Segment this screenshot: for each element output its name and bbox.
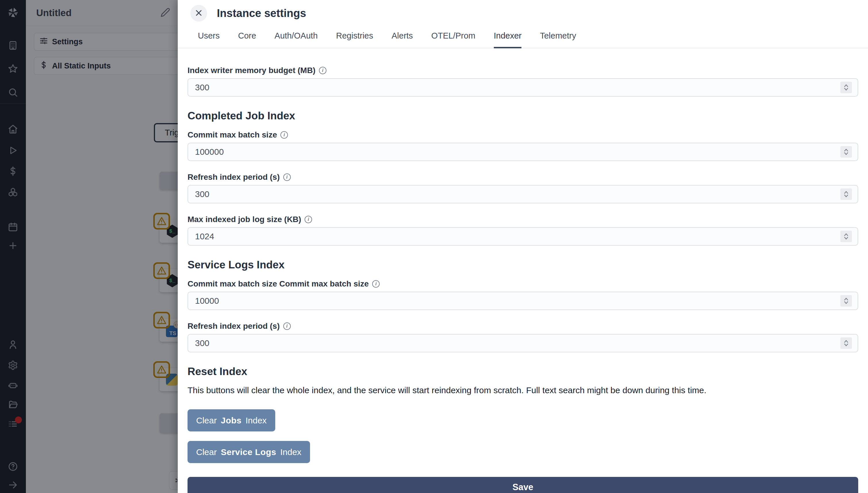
number-stepper[interactable] (840, 146, 852, 158)
commit-max-batch-input[interactable] (188, 143, 858, 161)
settings-tabs: Users Core Auth/OAuth Registries Alerts … (178, 31, 868, 48)
tab-core[interactable]: Core (238, 31, 256, 48)
number-stepper[interactable] (840, 231, 852, 242)
tab-otel-prom[interactable]: OTEL/Prom (431, 31, 475, 48)
field-label: Index writer memory budget (MB) (188, 66, 316, 75)
app-root: Untitled Settings All Static Inputs (0, 0, 868, 493)
info-icon[interactable]: i (283, 173, 291, 181)
field-service-commit-max-batch: Commit max batch size Commit max batch s… (188, 279, 858, 310)
field-label: Commit max batch size (188, 130, 277, 140)
field-refresh-index-period: Refresh index period (s) i (188, 172, 858, 203)
clear-jobs-index-button[interactable]: Clear Jobs Index (188, 409, 275, 431)
info-icon[interactable]: i (305, 216, 312, 223)
max-indexed-job-log-input[interactable] (188, 227, 858, 245)
drawer-title: Instance settings (217, 7, 306, 20)
modal-backdrop[interactable] (0, 0, 178, 493)
tab-telemetry[interactable]: Telemetry (540, 31, 576, 48)
button-prefix: Clear (196, 447, 217, 457)
drawer-header: Instance settings (178, 0, 868, 26)
field-max-indexed-job-log: Max indexed job log size (KB) i (188, 215, 858, 245)
tab-indexer[interactable]: Indexer (494, 31, 522, 48)
reset-index-warning: This buttons will clear the whole index,… (188, 385, 858, 395)
info-icon[interactable]: i (319, 67, 326, 74)
number-stepper[interactable] (840, 82, 852, 93)
button-target: Service Logs (221, 447, 276, 457)
section-completed-job-index: Completed Job Index (188, 110, 858, 122)
field-label: Max indexed job log size (KB) (188, 215, 301, 224)
save-button[interactable]: Save (188, 477, 858, 493)
indexer-settings-content: Index writer memory budget (MB) i Comple… (178, 66, 868, 493)
number-stepper[interactable] (840, 295, 852, 307)
button-target: Jobs (221, 415, 242, 425)
button-prefix: Clear (196, 415, 217, 425)
field-index-writer-memory: Index writer memory budget (MB) i (188, 66, 858, 97)
info-icon[interactable]: i (372, 280, 379, 287)
button-suffix: Index (246, 415, 267, 425)
tab-registries[interactable]: Registries (336, 31, 373, 48)
number-stepper[interactable] (840, 188, 852, 200)
service-commit-max-batch-input[interactable] (188, 292, 858, 310)
section-reset-index: Reset Index (188, 365, 858, 378)
service-refresh-period-input[interactable] (188, 334, 858, 352)
refresh-index-period-input[interactable] (188, 185, 858, 203)
tab-users[interactable]: Users (198, 31, 220, 48)
close-button[interactable] (190, 5, 207, 22)
close-icon (195, 9, 203, 18)
field-commit-max-batch: Commit max batch size i (188, 130, 858, 161)
field-label: Refresh index period (s) (188, 173, 280, 182)
index-writer-memory-input[interactable] (188, 78, 858, 97)
clear-service-logs-index-button[interactable]: Clear Service Logs Index (188, 441, 310, 463)
tab-auth-oauth[interactable]: Auth/OAuth (275, 31, 318, 48)
info-icon[interactable]: i (280, 131, 288, 138)
tab-alerts[interactable]: Alerts (391, 31, 413, 48)
button-suffix: Index (280, 447, 301, 457)
instance-settings-drawer: Instance settings Users Core Auth/OAuth … (178, 0, 868, 493)
info-icon[interactable]: i (283, 322, 291, 330)
field-service-refresh-period: Refresh index period (s) i (188, 321, 858, 352)
section-service-logs-index: Service Logs Index (188, 259, 858, 271)
field-label: Refresh index period (s) (188, 322, 280, 331)
field-label: Commit max batch size Commit max batch s… (188, 279, 369, 288)
number-stepper[interactable] (840, 337, 852, 349)
